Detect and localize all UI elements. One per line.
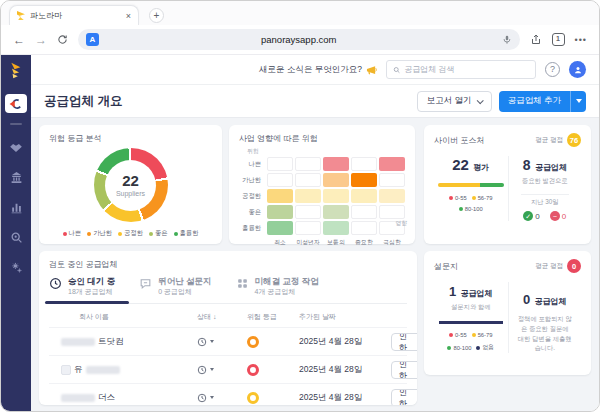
heatmap-cell[interactable] bbox=[295, 189, 321, 203]
heatmap-cell[interactable] bbox=[295, 173, 321, 187]
panorays-logo-icon bbox=[10, 62, 23, 83]
approve-button[interactable]: 승인하다 bbox=[391, 333, 417, 351]
new-tab-button[interactable]: + bbox=[149, 8, 164, 23]
legend-dot bbox=[472, 333, 476, 337]
heatmap-cell[interactable] bbox=[267, 205, 293, 219]
legend-item: 56-79 bbox=[472, 332, 493, 338]
whats-new-link[interactable]: 새로운 소식은 무엇인가요? bbox=[259, 64, 377, 76]
heatmap-cell[interactable] bbox=[267, 221, 293, 235]
heatmap-cell[interactable] bbox=[379, 157, 405, 171]
add-supplier-caret[interactable] bbox=[570, 91, 586, 112]
tab-count-button[interactable]: 1 bbox=[552, 33, 565, 46]
user-avatar[interactable] bbox=[569, 61, 586, 78]
impact-heatmap[interactable]: 나쁜가난한공정한좋은훌륭한최소미성년자보통의중요한극심한 bbox=[239, 157, 405, 246]
approve-button[interactable]: 승인하다 bbox=[391, 361, 417, 379]
status-dropdown[interactable] bbox=[197, 365, 247, 375]
heatmap-cell[interactable] bbox=[351, 157, 377, 171]
card-title: 검토 중인 공급업체 bbox=[49, 259, 407, 270]
heatmap-cell[interactable] bbox=[323, 173, 349, 187]
address-bar[interactable]: A panoraysapp.com bbox=[78, 29, 520, 50]
heatmap-cell[interactable] bbox=[323, 189, 349, 203]
tab-title: 파노라마 bbox=[30, 10, 121, 21]
heatmap-cell[interactable] bbox=[379, 173, 405, 187]
heatmap-cell[interactable] bbox=[267, 189, 293, 203]
search-input[interactable] bbox=[404, 65, 529, 74]
status-dropdown[interactable] bbox=[197, 337, 247, 347]
table-row[interactable]: 더스2025년 4월 28일승인하다 bbox=[49, 383, 407, 405]
tab-pending-approval[interactable]: 승인 대기 중18개 공급업체 bbox=[49, 276, 115, 303]
heatmap-cell[interactable] bbox=[267, 173, 293, 187]
risk-rating-cell bbox=[247, 392, 299, 404]
legend-dot bbox=[174, 232, 178, 236]
heatmap-cell[interactable] bbox=[351, 221, 377, 235]
company-name: 유 bbox=[74, 364, 83, 376]
heatmap-cell[interactable] bbox=[351, 189, 377, 203]
legend-item: 56-79 bbox=[472, 195, 493, 201]
tab-outstanding-questionnaires[interactable]: 뛰어난 설문지0 공급업체 bbox=[139, 276, 211, 303]
close-tab-icon[interactable]: × bbox=[126, 11, 131, 21]
check-circle-icon: ✓ bbox=[523, 211, 533, 221]
browser-menu-icon[interactable]: ••• bbox=[575, 35, 587, 45]
heatmap-cell[interactable] bbox=[323, 157, 349, 171]
table-row[interactable]: 유2025년 4월 28일승인하다 bbox=[49, 355, 407, 383]
sidebar-item-supplier-overview[interactable] bbox=[5, 94, 27, 113]
action-cell: 승인하다 bbox=[391, 333, 417, 351]
sidebar-item-company-icon[interactable] bbox=[10, 171, 23, 184]
caret-down-icon bbox=[576, 99, 582, 103]
legend-label: 공정한 bbox=[124, 229, 143, 238]
questionnaire-legend: 0-5556-7980-100없음 bbox=[434, 332, 508, 352]
forward-icon[interactable]: → bbox=[35, 34, 47, 46]
reload-icon[interactable] bbox=[57, 34, 68, 45]
heatmap-cell[interactable] bbox=[379, 205, 405, 219]
sidebar-divider bbox=[10, 123, 22, 125]
supplier-search[interactable] bbox=[386, 60, 536, 79]
legend-label: 가난한 bbox=[93, 229, 112, 238]
heatmap-cell[interactable] bbox=[379, 189, 405, 203]
status-dropdown[interactable] bbox=[197, 393, 247, 403]
bar-segment bbox=[480, 183, 504, 187]
supplier-count-label: Suppliers bbox=[116, 190, 145, 197]
megaphone-icon bbox=[366, 65, 377, 75]
company-name: 더스 bbox=[98, 392, 115, 404]
heatmap-col-label: 극심한 bbox=[379, 237, 405, 246]
heatmap-cell[interactable] bbox=[295, 157, 321, 171]
impact-risk-card: 사업 영향에 따른 위험 위험 나쁜가난한공정한좋은훌륭한최소미성년자보통의중요… bbox=[229, 125, 415, 244]
heatmap-cell[interactable] bbox=[351, 173, 377, 187]
back-icon[interactable]: ← bbox=[13, 34, 25, 46]
heatmap-cell[interactable] bbox=[295, 221, 321, 235]
approve-label: 승인하다 bbox=[392, 361, 417, 379]
date-added-cell: 2025년 4월 28일 bbox=[299, 364, 391, 376]
caret-down-icon bbox=[210, 340, 214, 343]
heatmap-cell[interactable] bbox=[295, 205, 321, 219]
company-name-cell: 트닷컴 bbox=[49, 336, 197, 348]
open-report-button[interactable]: 보고서 열기 bbox=[417, 91, 492, 112]
sidebar-item-analytics-icon[interactable] bbox=[10, 201, 23, 214]
approve-button[interactable]: 승인하다 bbox=[391, 389, 417, 405]
sidebar-item-findings-icon[interactable] bbox=[10, 231, 23, 244]
mic-icon[interactable] bbox=[502, 34, 512, 45]
status-sort-header[interactable]: 상태 bbox=[197, 312, 247, 322]
legend-label: 나쁜 bbox=[69, 229, 82, 238]
heatmap-row-label: 공정한 bbox=[239, 192, 265, 201]
help-icon[interactable]: ? bbox=[545, 62, 560, 77]
heatmap-cell[interactable] bbox=[267, 157, 293, 171]
share-icon[interactable] bbox=[530, 33, 542, 46]
heatmap-cell[interactable] bbox=[323, 221, 349, 235]
risk-donut-chart[interactable]: 22 Suppliers bbox=[94, 148, 168, 222]
browser-tab[interactable]: 파노라마 × bbox=[9, 5, 139, 25]
sidebar-item-settings-icon[interactable] bbox=[10, 261, 23, 274]
legend-label: 80-100 bbox=[453, 345, 471, 351]
sidebar-item-vendors-icon[interactable] bbox=[9, 142, 23, 154]
avg-rating-label: 평균 평점 bbox=[535, 262, 563, 271]
card-title: 사업 영향에 따른 위험 bbox=[239, 133, 405, 144]
heatmap-cell[interactable] bbox=[351, 205, 377, 219]
review-tabs: 승인 대기 중18개 공급업체뛰어난 설문지0 공급업체미해결 교정 작업4개 … bbox=[49, 276, 407, 304]
add-supplier-button[interactable]: 공급업체 추가 bbox=[499, 91, 586, 112]
heatmap-col-label: 최소 bbox=[267, 237, 293, 246]
table-row[interactable]: 트닷컴2025년 4월 28일승인하다 bbox=[49, 327, 407, 355]
card-title: 위험 등급 분석 bbox=[49, 133, 212, 144]
divider bbox=[521, 194, 570, 195]
heatmap-cell[interactable] bbox=[323, 205, 349, 219]
ratings-count: 22 bbox=[452, 156, 469, 173]
tab-unresolved-remediation[interactable]: 미해결 교정 작업4개 공급업체 bbox=[236, 276, 319, 303]
